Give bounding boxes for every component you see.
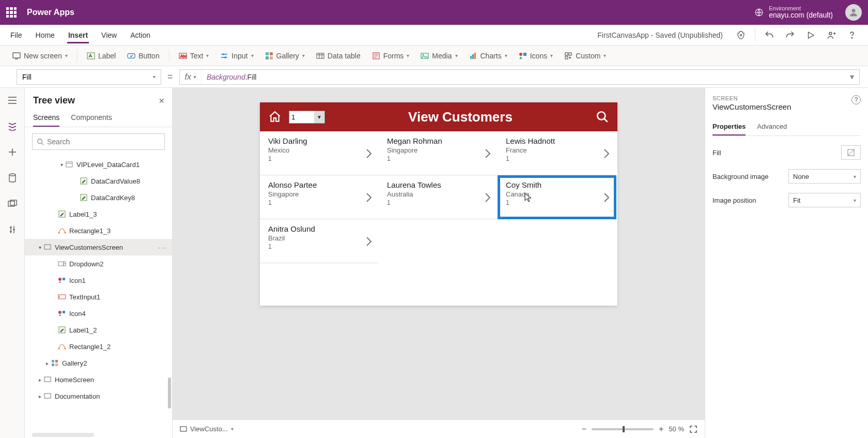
property-select[interactable]: Fill▾ (17, 69, 161, 85)
app-checker-icon[interactable] (734, 28, 748, 42)
panel-tab-properties[interactable]: Properties (712, 119, 746, 135)
tree-tab-components[interactable]: Components (71, 110, 112, 127)
customer-card[interactable]: Viki DarlingMexico1 (260, 131, 379, 175)
ribbon-forms[interactable]: Forms▾ (368, 50, 414, 62)
svg-rect-42 (63, 311, 65, 313)
redo-icon[interactable] (783, 28, 797, 42)
zoom-out-icon[interactable]: − (582, 425, 586, 434)
chevron-right-icon[interactable] (484, 192, 491, 203)
breadcrumb[interactable]: ViewCusto... ▾ (180, 425, 234, 433)
share-icon[interactable] (825, 28, 838, 42)
prop-select[interactable]: Fit▾ (788, 193, 861, 207)
customer-card[interactable]: Anitra OslundBrazil1 (260, 219, 379, 263)
formula-expand-icon[interactable]: ▾ (845, 72, 859, 82)
tree-row[interactable]: ▸HomeScreen (25, 371, 172, 388)
tree-row[interactable]: Dropdown2 (25, 255, 172, 272)
svg-rect-10 (266, 52, 269, 55)
ribbon-data-table[interactable]: Data table (312, 50, 365, 62)
menu-view[interactable]: View (100, 27, 118, 43)
menu-home[interactable]: Home (35, 27, 56, 43)
ribbon-text[interactable]: AbcText▾ (175, 50, 213, 62)
panel-tab-advanced[interactable]: Advanced (757, 119, 787, 135)
data-rail-icon[interactable] (5, 171, 20, 185)
tree-row[interactable]: ▾ViewCustomersScreen··· (25, 239, 172, 255)
tree-row[interactable]: DataCardValue8 (25, 173, 172, 189)
tree-row[interactable]: Rectangle1_3 (25, 222, 172, 239)
tree-row[interactable]: Icon1 (25, 272, 172, 289)
fullscreen-icon[interactable] (689, 425, 698, 433)
tree-search[interactable] (32, 133, 165, 150)
prop-select[interactable]: None▾ (788, 169, 861, 184)
tree-row[interactable]: Icon4 (25, 305, 172, 322)
customer-country: Canada (506, 190, 610, 198)
chevron-right-icon[interactable] (603, 148, 610, 159)
tree-item-icon (65, 160, 73, 169)
tree-row[interactable]: ▾VIPLevel_DataCard1 (25, 156, 172, 173)
chevron-right-icon[interactable] (603, 192, 610, 203)
tree-row[interactable]: Label1_2 (25, 322, 172, 338)
tree-row[interactable]: ▸Gallery2 (25, 355, 172, 371)
level-dropdown[interactable]: ▼ (289, 111, 325, 124)
menu-insert[interactable]: Insert (67, 27, 89, 43)
more-icon[interactable]: ··· (158, 244, 167, 251)
tree-row[interactable]: DataCardKey8 (25, 189, 172, 206)
fill-color-picker[interactable] (841, 145, 861, 160)
tree-row[interactable]: TextInput1 (25, 289, 172, 305)
svg-rect-51 (44, 394, 51, 398)
scrollbar[interactable] (168, 377, 171, 409)
ribbon-input[interactable]: Input▾ (216, 50, 257, 62)
search-input[interactable] (47, 138, 160, 146)
customer-card[interactable]: Coy SmithCanada1 (498, 175, 616, 219)
svg-rect-23 (565, 53, 568, 55)
app-canvas[interactable]: ▼ View Customers Viki DarlingMexico1Mega… (260, 102, 617, 306)
chevron-right-icon[interactable] (365, 192, 373, 203)
undo-icon[interactable] (763, 28, 776, 42)
ribbon-charts[interactable]: Charts▾ (465, 50, 512, 62)
menu-file[interactable]: File (9, 27, 23, 43)
tree-row[interactable]: Label1_3 (25, 206, 172, 222)
h-scrollbar[interactable] (32, 433, 94, 437)
tree-tab-screens[interactable]: Screens (33, 110, 59, 127)
tree-row[interactable]: ▸Documentation (25, 388, 172, 404)
level-input[interactable] (289, 113, 314, 121)
chevron-right-icon[interactable] (484, 148, 491, 159)
waffle-icon[interactable] (6, 7, 17, 18)
zoom-in-icon[interactable]: + (659, 425, 663, 434)
ribbon-custom[interactable]: Custom▾ (560, 50, 610, 62)
help-icon[interactable]: ? (851, 95, 861, 104)
play-icon[interactable] (804, 28, 817, 42)
hamburger-icon[interactable] (5, 93, 20, 108)
ribbon-icons[interactable]: Icons▾ (515, 50, 557, 62)
svg-rect-18 (470, 56, 472, 59)
customer-card[interactable]: Lewis HadnottFrance1 (498, 131, 616, 175)
close-icon[interactable]: ✕ (159, 97, 165, 105)
help-icon[interactable] (845, 28, 859, 42)
fx-button[interactable]: fx▾ (180, 70, 202, 84)
search-icon[interactable] (596, 110, 609, 124)
environment-picker[interactable]: Environment enayu.com (default) (754, 5, 833, 19)
customer-card[interactable]: Megan RohmanSingapore1 (379, 131, 498, 175)
ribbon-label[interactable]: Label (83, 50, 120, 62)
ribbon-new-screen[interactable]: New screen▾ (8, 50, 72, 62)
customer-card[interactable]: Laurena TowlesAustralia1 (379, 175, 498, 219)
home-icon[interactable] (268, 110, 282, 124)
ribbon-button[interactable]: Button (123, 50, 163, 62)
svg-rect-50 (44, 377, 51, 382)
chevron-down-icon[interactable]: ▼ (314, 111, 324, 123)
menu-action[interactable]: Action (129, 27, 151, 43)
zoom-slider[interactable] (592, 428, 654, 430)
avatar[interactable] (845, 4, 862, 21)
tree-row[interactable]: Rectangle1_2 (25, 338, 172, 355)
chevron-right-icon[interactable] (365, 148, 373, 159)
media-rail-icon[interactable] (5, 197, 20, 211)
ribbon-media[interactable]: Media▾ (416, 50, 461, 62)
treeview-rail-icon[interactable] (5, 119, 20, 133)
panel-category: SCREEN (712, 95, 861, 101)
ribbon-gallery[interactable]: Gallery▾ (261, 50, 309, 62)
chevron-right-icon[interactable] (365, 236, 373, 247)
formula-input[interactable]: Background.Fill (202, 73, 845, 81)
add-rail-icon[interactable] (5, 145, 20, 159)
tree-item-icon (43, 375, 52, 384)
tools-rail-icon[interactable] (5, 222, 20, 237)
customer-card[interactable]: Alonso ParteeSingapore1 (260, 175, 379, 219)
